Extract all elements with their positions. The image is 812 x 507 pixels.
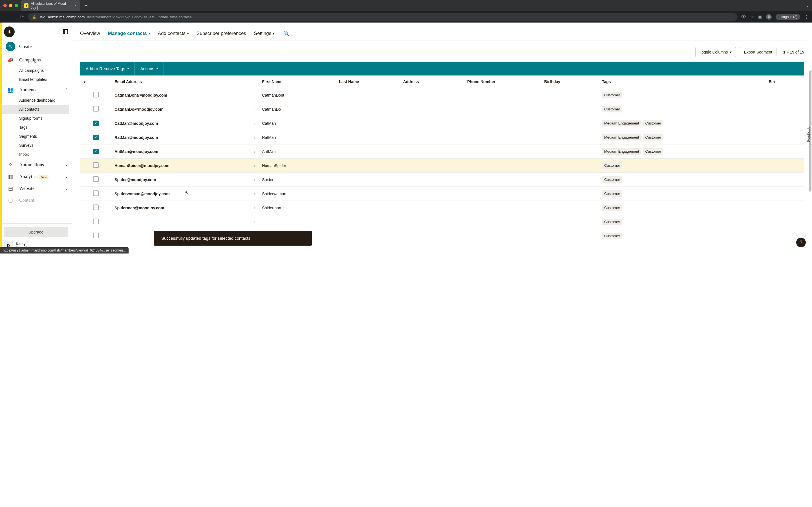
collapse-sidebar-icon[interactable] [63,29,68,34]
tag-chip[interactable]: Customer [602,176,622,183]
export-segment-button[interactable]: Export Segment [740,47,776,57]
tab-overview[interactable]: Overview [80,31,100,36]
col-address[interactable]: Address [400,75,464,88]
tab-settings[interactable]: Settings▾ [254,31,274,36]
chevron-right-icon[interactable]: › [254,149,255,154]
add-remove-tags-button[interactable]: Add or Remove Tags▾ [80,62,135,75]
mailchimp-logo-icon[interactable]: ✶ [4,26,15,37]
row-checkbox[interactable]: ✓ [93,135,99,140]
tag-chip[interactable]: Customer [643,148,663,155]
row-checkbox[interactable] [93,219,99,224]
chevron-right-icon[interactable]: › [254,107,255,112]
tag-chip[interactable]: Medium Engagement [602,120,642,126]
contact-email[interactable]: Spiderman@moodjoy.com [114,206,164,210]
row-checkbox[interactable] [93,190,99,196]
tab-add-contacts[interactable]: Add contacts▾ [158,31,189,36]
bookmark-star-icon[interactable]: ☆ [750,14,754,20]
nav-content[interactable]: ▢ Content [2,194,72,206]
nav-website[interactable]: ▤ Website ⌄ [2,182,72,194]
sidebar-item-surveys[interactable]: Surveys [19,141,72,150]
nav-campaigns[interactable]: 📣 Campaigns ⌃ [2,54,72,66]
tag-chip[interactable]: Customer [643,134,663,140]
chevron-right-icon[interactable]: › [254,191,255,196]
row-checkbox[interactable] [93,205,99,210]
back-button[interactable]: ← [3,14,8,19]
toggle-columns-button[interactable]: Toggle Columns▾ [695,47,735,57]
table-row[interactable]: Spiderman@moodjoy.com›SpidermanCustomer [80,201,804,215]
sidebar-item-tags[interactable]: Tags [19,123,72,132]
eye-off-icon[interactable]: 👁 [742,14,746,19]
contact-email[interactable]: CatMan@moodjoy.com [114,121,158,126]
col-phone-number[interactable]: Phone Number [464,75,541,88]
sidebar-item-audience-dashboard[interactable]: Audience dashboard [19,96,72,105]
vertical-scrollbar[interactable] [809,70,811,191]
tag-chip[interactable]: Medium Engagement [602,148,642,155]
row-checkbox[interactable] [93,233,99,238]
chevron-right-icon[interactable]: › [254,93,255,98]
sidebar-item-all-campaigns[interactable]: All campaigns [19,66,72,75]
create-button[interactable]: ✎ Create [2,39,72,54]
table-row[interactable]: ✓RatMan@moodjoy.com›RatManMedium Engagem… [80,130,804,145]
row-checkbox[interactable] [93,162,99,168]
table-row[interactable]: ›Customer [80,215,804,229]
tag-chip[interactable]: Customer [602,233,622,239]
tab-subscriber-preferences[interactable]: Subscriber preferences [197,31,246,36]
sidebar-item-signup-forms[interactable]: Signup forms [19,114,72,123]
tag-chip[interactable]: Customer [602,190,622,197]
row-checkbox[interactable] [93,106,99,112]
col-email-address[interactable]: Email Address [111,75,259,88]
chevron-right-icon[interactable]: › [254,135,255,140]
contact-email[interactable]: AntMan@moodjoy.com [114,149,158,154]
contact-email[interactable]: CatmanDont@moodjoy.com [114,93,167,98]
sidebar-item-inbox[interactable]: Inbox [19,150,72,159]
row-checkbox[interactable] [93,92,99,98]
tag-chip[interactable]: Customer [602,219,622,225]
chevron-right-icon[interactable]: › [254,220,255,224]
tag-chip[interactable]: Customer [643,120,663,126]
sidebar-item-all-contacts[interactable]: All contacts [2,105,69,114]
col-first-name[interactable]: First Name [259,75,336,88]
nav-analytics[interactable]: ▥ AnalyticsNew ⌄ [2,171,72,182]
new-tab-button[interactable]: + [83,3,89,9]
table-row[interactable]: Spiderwoman@moodjoy.com›SpiderwomanCusto… [80,187,804,201]
contact-email[interactable]: HumanSpider@moodjoy.com [114,163,169,168]
col-extra[interactable]: Em [765,75,804,88]
tag-chip[interactable]: Customer [602,92,622,98]
address-bar[interactable]: 🔒 us21.admin.mailchimp.com/lists/members… [28,13,738,21]
sidebar-item-segments[interactable]: Segments [19,132,72,141]
browser-tab[interactable]: ✳ All subscribers of Mood Joy | × [21,0,80,11]
col-birthday[interactable]: Birthday [541,75,599,88]
tag-chip[interactable]: Customer [602,106,622,112]
extensions-icon[interactable]: ▣ [758,14,762,20]
select-all-header[interactable]: ▾ [80,75,111,88]
table-row[interactable]: ✓AntMan@moodjoy.com›AntManMedium Engagem… [80,145,804,159]
row-checkbox[interactable]: ✓ [93,149,99,154]
table-row[interactable]: Spider@moodjoy.com›SpiderCustomer [80,173,804,187]
nav-audience[interactable]: 👥 Audience ⌃ [2,84,72,96]
close-window-button[interactable] [3,4,7,7]
search-icon[interactable]: 🔍 [283,31,290,37]
tab-manage-contacts[interactable]: Manage contacts▾ [108,31,150,36]
row-checkbox[interactable] [93,176,99,182]
table-row[interactable]: CatmanDont@moodjoy.com›CatmanDontCustome… [80,88,804,102]
tag-chip[interactable]: Medium Engagement [602,134,642,140]
help-button[interactable]: ? [796,238,806,247]
minimize-window-button[interactable] [9,4,12,7]
row-checkbox[interactable]: ✓ [93,121,99,126]
contact-email[interactable]: RatMan@moodjoy.com [114,135,158,140]
tag-chip[interactable]: Customer [602,205,622,211]
chevron-right-icon[interactable]: › [254,177,255,182]
maximize-window-button[interactable] [15,4,18,7]
contact-email[interactable]: Spiderwoman@moodjoy.com [114,191,169,196]
table-row[interactable]: CatmanDo@moodjoy.com›CatmanDoCustomer [80,102,804,116]
col-last-name[interactable]: Last Name [336,75,400,88]
incognito-badge[interactable]: Incognito (2) [776,14,800,20]
reload-button[interactable]: ⟳ [20,14,24,20]
table-row[interactable]: ✓CatMan@moodjoy.com›CatManMedium Engagem… [80,116,804,130]
col-tags[interactable]: Tags [599,75,765,88]
chevron-right-icon[interactable]: › [254,121,255,126]
chevron-right-icon[interactable]: › [254,163,255,168]
sidebar-item-email-templates[interactable]: Email templates [19,75,72,84]
table-row[interactable]: HumanSpider@moodjoy.com›HumanSpiderCusto… [80,159,804,173]
bulk-actions-button[interactable]: Actions▾ [135,62,164,75]
